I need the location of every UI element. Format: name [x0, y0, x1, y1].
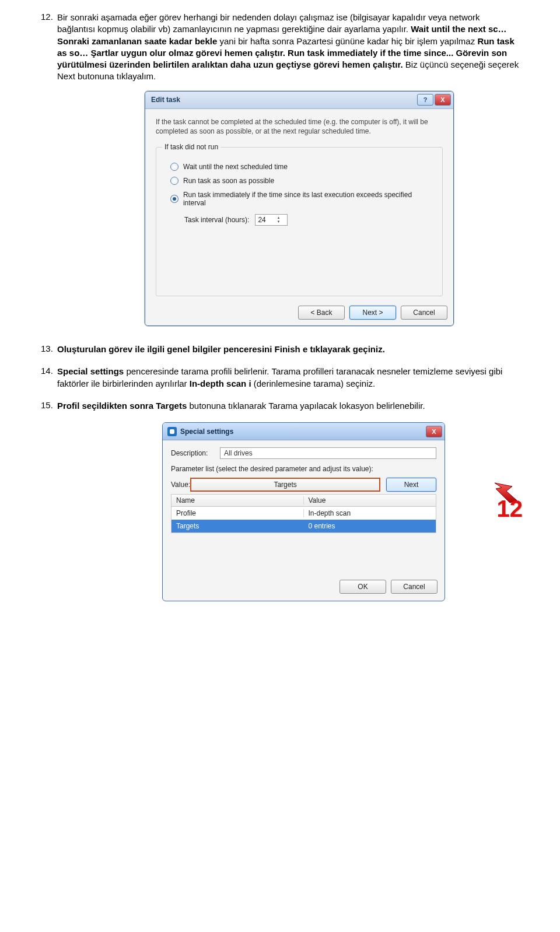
- interval-label: Task interval (hours):: [184, 216, 249, 224]
- description-row: Description: All drives: [171, 447, 436, 459]
- list-item-15: 15. Profil seçildikten sonra Targets but…: [41, 400, 519, 601]
- back-button[interactable]: < Back: [298, 306, 345, 320]
- list-item-13: 13. Oluşturulan görev ile ilgili genel b…: [41, 344, 519, 355]
- spinner-arrows-icon[interactable]: ▲▼: [276, 216, 285, 224]
- text: yani bir hafta sonra Pazartesi gününe ka…: [219, 36, 477, 46]
- text-bold: Special settings: [57, 366, 124, 376]
- column-name: Name: [172, 496, 304, 504]
- dialog-body: Description: All drives Parameter list (…: [163, 440, 444, 533]
- next-button-label: Next: [404, 481, 419, 489]
- radio-label: Run task immediately if the time since i…: [183, 191, 434, 207]
- paragraph: Profil seçildikten sonra Targets butonun…: [57, 400, 519, 412]
- paragraph: Oluşturulan görev ile ilgili genel bilgi…: [57, 344, 519, 355]
- list-number: 15.: [41, 400, 53, 410]
- description-value: All drives: [224, 449, 253, 457]
- list-item-14: 14. Special settings penceresinde tarama…: [41, 366, 519, 390]
- text-bold: Profil seçildikten sonra Targets: [57, 401, 187, 411]
- radio-icon: [170, 163, 178, 171]
- wizard-button-row: < Back Next > Cancel: [145, 302, 453, 325]
- info-text: If the task cannot be completed at the s…: [156, 117, 443, 137]
- edit-task-dialog: Edit task ? X If the task cannot be comp…: [145, 91, 454, 327]
- callout-number: 12: [497, 496, 523, 522]
- table-header: Name Value: [172, 494, 436, 507]
- parameter-table: Name Value Profile In-depth scan Targets…: [171, 494, 436, 533]
- special-settings-wrap: Special settings X Description: All driv…: [57, 422, 519, 601]
- dialog-titlebar: Edit task ? X: [145, 92, 453, 109]
- dialog-titlebar: Special settings X: [163, 423, 444, 440]
- list-item-12: 12. Bir sonraki aşamada eğer görev herha…: [41, 12, 519, 326]
- dialog-title: Special settings: [180, 428, 425, 436]
- radio-label: Run task as soon as possible: [183, 177, 274, 185]
- table-row-targets[interactable]: Targets 0 entries: [172, 520, 436, 532]
- help-button[interactable]: ?: [417, 94, 433, 106]
- dialog-title: Edit task: [151, 96, 416, 104]
- list-number: 13.: [41, 344, 53, 353]
- list-number: 14.: [41, 366, 53, 376]
- cancel-button[interactable]: Cancel: [391, 580, 438, 594]
- cell-name: Targets: [172, 522, 304, 530]
- list-number: 12.: [41, 12, 53, 22]
- value-label: Value:: [171, 481, 190, 489]
- interval-spinner[interactable]: 24 ▲▼: [255, 214, 288, 226]
- description-input[interactable]: All drives: [220, 447, 436, 459]
- description-label: Description:: [171, 449, 220, 457]
- close-button[interactable]: X: [426, 426, 442, 437]
- paragraph: Special settings penceresinde tarama pro…: [57, 366, 519, 390]
- next-button[interactable]: Next: [386, 478, 436, 492]
- radio-option-asap[interactable]: Run task as soon as possible: [170, 177, 434, 185]
- text: butonuna tıklanarak Tarama yapılacak lok…: [189, 401, 425, 411]
- radio-icon: [170, 195, 178, 203]
- interval-value: 24: [258, 216, 276, 224]
- text: (derinlemesine tarama) seçiniz.: [254, 379, 375, 388]
- cell-value: 0 entries: [304, 522, 436, 530]
- targets-button-label: Targets: [274, 481, 296, 489]
- groupbox-legend: If task did not run: [162, 143, 220, 151]
- parameter-list-label: Parameter list (select the desired param…: [171, 465, 436, 473]
- special-settings-dialog: Special settings X Description: All driv…: [162, 422, 445, 601]
- interval-row: Task interval (hours): 24 ▲▼: [184, 214, 434, 226]
- table-row-profile[interactable]: Profile In-depth scan: [172, 507, 436, 520]
- groupbox-task-not-run: If task did not run Wait until the next …: [156, 147, 443, 296]
- dialog-body: If the task cannot be completed at the s…: [145, 109, 453, 303]
- app-icon: [167, 427, 177, 436]
- cell-name: Profile: [172, 509, 304, 517]
- column-value: Value: [304, 496, 436, 504]
- radio-icon: [170, 177, 178, 185]
- ok-button[interactable]: OK: [340, 580, 386, 594]
- next-button[interactable]: Next >: [349, 306, 396, 320]
- cancel-button[interactable]: Cancel: [401, 306, 447, 320]
- text-bold: In-depth scan i: [190, 379, 251, 388]
- radio-label: Wait until the next scheduled time: [183, 163, 288, 171]
- radio-option-wait[interactable]: Wait until the next scheduled time: [170, 163, 434, 171]
- cell-value: In-depth scan: [304, 509, 436, 517]
- paragraph: Bir sonraki aşamada eğer görev herhangi …: [57, 12, 519, 83]
- close-button[interactable]: X: [435, 94, 451, 106]
- text-bold: Oluşturulan görev ile ilgili genel bilgi…: [57, 344, 385, 354]
- radio-option-immediate[interactable]: Run task immediately if the time since i…: [170, 191, 434, 207]
- dialog-button-row: OK Cancel: [163, 533, 444, 601]
- value-row: Value: Targets Next: [171, 478, 436, 492]
- targets-button[interactable]: Targets: [190, 478, 380, 492]
